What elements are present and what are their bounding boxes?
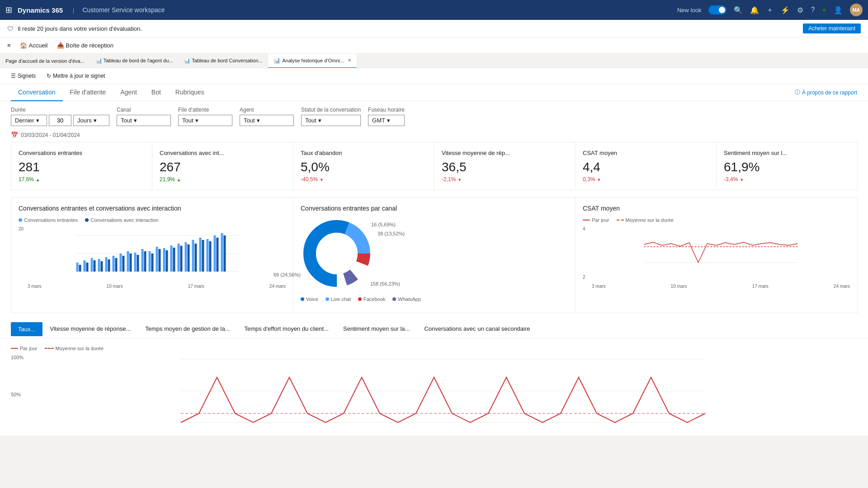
y-100: 100% [11,355,24,360]
status-filter: Statut de la conversation Tout ▾ [301,107,361,126]
page-tab-bot[interactable]: Bot [144,84,168,101]
about-report-link[interactable]: ⓘ À propos de ce rapport [795,89,857,96]
queue-filter: File d'attente Tout ▾ [178,107,232,126]
channel-select[interactable]: Tout ▾ [117,115,171,126]
bottom-tab-effort[interactable]: Temps d'effort moyen du client... [237,322,336,337]
bottom-chart-svg [11,355,857,427]
tab-close-icon[interactable]: ✕ [348,58,351,63]
info-icon: ⓘ [795,89,800,96]
x-axis-labels: 3 mars 10 mars 17 mars 24 mars [19,284,286,289]
timezone-select[interactable]: GMT ▾ [368,115,405,126]
donut-svg-wrapper: 16 (5,69%) 38 (13,52%) 69 (24,56%) 158 (… [301,217,373,291]
duration-value-input[interactable] [49,115,71,126]
legend-voice: Voice [301,296,318,302]
svg-rect-5 [84,260,86,272]
duration-unit-select[interactable]: Jours ▾ [73,115,109,126]
csat-x-labels: 3 mars 10 mars 17 mars 24 mars [583,284,850,289]
filter-row: Durée Dernier ▾ Jours ▾ Canal Tout ▾ Fi [0,101,868,131]
csat-svg [583,226,850,281]
svg-rect-42 [217,238,219,272]
menu-icon: ≡ [7,42,11,49]
home-button[interactable]: 🏠 Accueil [16,40,52,51]
notification-icon[interactable]: 🔔 [750,6,759,14]
bookmark-button[interactable]: ☰ Signets [7,71,39,81]
avatar[interactable]: MA [850,4,863,16]
page-tab-topics[interactable]: Rubriques [168,84,212,101]
svg-rect-25 [156,247,158,272]
top-nav-right: New look 🔍 🔔 ＋ ⚡ ⚙ ? ● 👤 MA [677,4,863,16]
filter-icon[interactable]: ⚡ [781,6,790,14]
add-icon[interactable]: ＋ [766,5,774,15]
y-axis-label: 20 [19,226,24,231]
duration-type-select[interactable]: Dernier ▾ [11,115,47,126]
legend-dot-facebook [358,297,362,301]
legend-line-day [583,220,590,221]
donut-legend: Voice Live chat Facebook WhatsApp [301,296,568,302]
tab-omni-icon: 📊 [274,57,280,64]
svg-rect-11 [105,257,108,272]
bottom-chart-area: 100% 50% [11,355,857,428]
svg-rect-14 [115,258,118,272]
svg-rect-29 [170,245,173,272]
chevron-down-icon: ▾ [36,117,39,124]
tab-home-label: Page d'accueil de la version d'éva... [5,58,85,64]
search-icon[interactable]: 🔍 [734,6,743,14]
bottom-chart-legend: Par jour Moyenne sur la durée [11,346,857,351]
new-look-toggle[interactable] [708,5,726,14]
y-label-4: 4 [583,226,585,231]
svg-rect-33 [185,242,187,272]
kpi-change-csat: 0,3% [583,176,709,183]
svg-rect-39 [207,239,209,272]
app-name: Dynamics 365 [18,6,63,14]
svg-rect-17 [127,251,129,272]
inbox-button[interactable]: 📥 Boîte de réception [53,40,118,51]
csat-chart-area: 4 2 3 mars 10 mars 17 mars 24 mars [583,226,850,289]
svg-rect-30 [173,248,175,272]
tab-omni-analysis[interactable]: 📊 Analyse historique d'Omni... ✕ [268,54,357,68]
workspace-name: Customer Service workspace [82,6,165,14]
tab-conv-dashboard[interactable]: 📊 Tableau de bord Conversation... [179,54,268,68]
chevron-down-icon: ▾ [257,117,260,124]
tab-conv-label: 📊 Tableau de bord Conversation... [184,58,262,64]
second-navigation: ≡ 🏠 Accueil 📥 Boîte de réception [0,38,868,54]
legend-engaged: Conversations avec interaction [85,217,158,223]
legend-solid-line [11,348,18,349]
bottom-tab-rate[interactable]: Taux... [11,322,42,336]
kpi-card-incoming: Conversations entrantes 281 17,6% [11,142,152,190]
svg-rect-20 [137,255,139,272]
person-icon[interactable]: 👤 [834,6,843,14]
svg-rect-8 [94,260,96,272]
tab-agent-label: 📊 Tableau de bord de l'agent du... [96,58,173,64]
bar-chart-svg [19,226,286,281]
tab-agent-dashboard[interactable]: 📊 Tableau de bord de l'agent du... [90,54,179,68]
kpi-change-incoming: 17,6% [19,176,145,183]
calendar-icon: 📅 [11,131,18,138]
svg-rect-23 [149,251,151,272]
kpi-card-speed: Vitesse moyenne de rép... 36,5 -2,1% [434,142,576,190]
bottom-tab-sentiment[interactable]: Sentiment moyen sur la... [336,322,417,337]
bottom-tab-secondary-channel[interactable]: Conversations avec un canal secondaire [417,322,537,337]
hamburger-menu[interactable]: ≡ [4,40,14,51]
status-icon[interactable]: ● [822,6,826,14]
update-bookmark-button[interactable]: ↻ Mettre à jour le signet [43,71,108,81]
arrow-down-icon [458,176,462,183]
page-tab-conversation[interactable]: Conversation [11,84,63,101]
page-tab-agent[interactable]: Agent [113,84,144,101]
help-icon[interactable]: ? [811,6,815,14]
agent-select[interactable]: Tout ▾ [240,115,294,126]
queue-select[interactable]: Tout ▾ [178,115,232,126]
bottom-tab-speed[interactable]: Vitesse moyenne de réponse... [42,322,138,337]
grid-icon[interactable]: ⊞ [5,5,12,15]
legend-dot-engaged [85,218,89,222]
svg-rect-34 [188,244,190,272]
status-select[interactable]: Tout ▾ [301,115,361,126]
buy-now-button[interactable]: Acheter maintenant [803,23,861,33]
bottom-tab-handle-time[interactable]: Temps moyen de gestion de la... [138,322,237,337]
settings-icon[interactable]: ⚙ [797,6,803,14]
charts-row: Conversations entrantes et conversations… [0,197,868,320]
donut-label-voice: 158 (56,23%) [370,281,400,286]
chevron-down-icon: ▾ [134,117,137,124]
tab-home[interactable]: Page d'accueil de la version d'éva... [0,54,90,68]
page-tab-queue[interactable]: File d'attente [63,84,113,101]
svg-rect-32 [180,246,183,272]
